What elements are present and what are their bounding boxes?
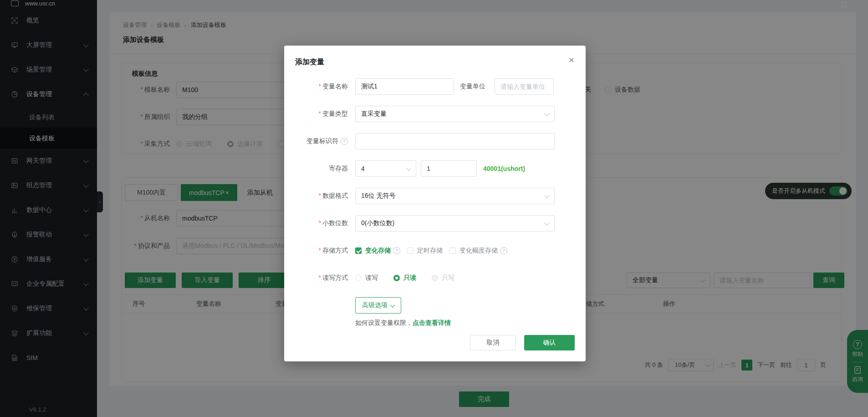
modal-title: 添加变量 bbox=[295, 57, 324, 67]
view-details-link[interactable]: 点击查看详情 bbox=[413, 319, 451, 326]
help-icon[interactable]: ? bbox=[341, 138, 348, 145]
storage-mode-label: 存储方式 bbox=[322, 247, 348, 254]
decimal-label: 小数位数 bbox=[322, 219, 348, 227]
register-note: 40001(ushort) bbox=[483, 165, 525, 172]
modal-actions: 取消 确认 bbox=[470, 335, 575, 350]
variable-name-input[interactable] bbox=[355, 78, 454, 95]
chevron-down-icon bbox=[390, 302, 395, 307]
checkbox-change-storage[interactable]: 变化存储 ? bbox=[355, 247, 400, 255]
variable-type-select[interactable]: 直采变量 bbox=[355, 106, 555, 122]
advanced-options-button[interactable]: 高级选项 bbox=[355, 297, 401, 314]
chevron-down-icon bbox=[544, 193, 549, 198]
variable-identifier-label: 变量标识符 bbox=[306, 137, 338, 145]
checkbox-icon bbox=[449, 247, 456, 254]
decimal-select[interactable]: 0(小数位数) bbox=[355, 215, 555, 232]
advanced-options-wrap: 高级选项 bbox=[284, 297, 586, 314]
variable-name-row: *变量名称 变量单位 bbox=[284, 78, 586, 95]
variable-identifier-row: 变量标识符? bbox=[284, 133, 586, 149]
storage-mode-row: *存储方式 变化存储 ? 定时存储 变化幅度存储 ? bbox=[284, 242, 586, 259]
help-icon[interactable]: ? bbox=[500, 247, 507, 254]
chevron-down-icon bbox=[544, 220, 549, 225]
checkbox-checked-icon bbox=[355, 247, 362, 254]
data-format-row: *数据格式 16位 无符号 bbox=[284, 188, 586, 204]
radio-disabled-icon bbox=[432, 275, 438, 281]
help-icon[interactable]: ? bbox=[393, 247, 400, 254]
register-type-select[interactable]: 4 bbox=[355, 160, 416, 177]
radio-write-only[interactable]: 只写 bbox=[432, 274, 454, 282]
chevron-down-icon bbox=[406, 165, 411, 170]
variable-type-row: *变量类型 直采变量 bbox=[284, 106, 586, 122]
register-address-input[interactable] bbox=[421, 160, 477, 177]
data-format-select[interactable]: 16位 无符号 bbox=[355, 188, 555, 204]
variable-type-label: 变量类型 bbox=[322, 110, 348, 117]
app-root: { "app": {"logo": "www.usr.cn", "version… bbox=[0, 0, 868, 417]
radio-icon bbox=[355, 275, 362, 281]
confirm-button[interactable]: 确认 bbox=[524, 335, 575, 350]
variable-name-label: 变量名称 bbox=[322, 82, 348, 90]
read-write-label: 读写方式 bbox=[322, 274, 348, 281]
data-format-label: 数据格式 bbox=[322, 192, 348, 199]
read-write-row: *读写方式 读写 只读 只写 bbox=[284, 270, 586, 286]
chevron-down-icon bbox=[544, 111, 549, 116]
close-icon[interactable]: ✕ bbox=[568, 57, 575, 64]
register-label: 寄存器 bbox=[329, 165, 348, 172]
modal-form: *变量名称 变量单位 *变量类型 直采变量 变量标识符? 寄存器 4 40001… bbox=[284, 78, 586, 327]
variable-unit-input[interactable] bbox=[495, 78, 554, 95]
permission-hint: 如何设置变量权限，点击查看详情 bbox=[355, 319, 586, 327]
variable-identifier-input[interactable] bbox=[355, 133, 555, 149]
decimal-row: *小数位数 0(小数位数) bbox=[284, 215, 586, 232]
radio-selected-icon bbox=[393, 275, 400, 281]
register-row: 寄存器 4 40001(ushort) bbox=[284, 160, 586, 177]
variable-unit-label: 变量单位 bbox=[460, 82, 485, 91]
radio-read-write[interactable]: 读写 bbox=[355, 274, 378, 282]
checkbox-amplitude-storage[interactable]: 变化幅度存储 ? bbox=[449, 247, 507, 255]
checkbox-timed-storage[interactable]: 定时存储 bbox=[407, 247, 443, 255]
add-variable-modal: 添加变量 ✕ *变量名称 变量单位 *变量类型 直采变量 变量标识符? 寄存器 … bbox=[284, 46, 586, 361]
radio-read-only[interactable]: 只读 bbox=[393, 274, 416, 282]
checkbox-icon bbox=[407, 247, 414, 254]
cancel-button[interactable]: 取消 bbox=[470, 335, 516, 350]
